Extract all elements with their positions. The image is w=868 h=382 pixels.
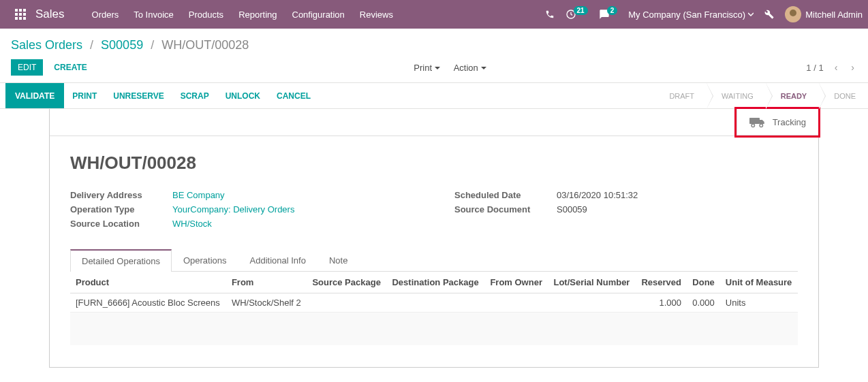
value-source-location[interactable]: WH/Stock bbox=[172, 219, 212, 229]
stage-done[interactable]: DONE bbox=[819, 83, 868, 108]
value-delivery-address[interactable]: BE Company bbox=[172, 190, 225, 200]
discuss-badge: 2 bbox=[607, 6, 618, 15]
svg-rect-0 bbox=[15, 9, 18, 12]
svg-rect-8 bbox=[23, 17, 26, 20]
th-product[interactable]: Product bbox=[70, 272, 226, 293]
label-operation-type: Operation Type bbox=[70, 204, 172, 214]
svg-rect-4 bbox=[19, 13, 22, 16]
action-dropdown[interactable]: Action bbox=[454, 63, 486, 73]
truck-icon bbox=[749, 116, 766, 128]
caret-icon bbox=[435, 67, 440, 69]
value-scheduled-date: 03/16/2020 10:51:32 bbox=[557, 190, 638, 200]
th-lot[interactable]: Lot/Serial Number bbox=[548, 272, 636, 293]
th-from[interactable]: From bbox=[226, 272, 307, 293]
pager-next[interactable]: › bbox=[848, 62, 857, 73]
discuss-icon[interactable]: 2 bbox=[599, 9, 618, 20]
tracking-button[interactable]: Tracking bbox=[737, 109, 818, 136]
user-avatar bbox=[785, 6, 801, 22]
svg-rect-7 bbox=[19, 17, 22, 20]
label-source-location: Source Location bbox=[70, 219, 172, 229]
th-reserved[interactable]: Reserved bbox=[636, 272, 687, 293]
svg-rect-5 bbox=[23, 13, 26, 16]
print-button[interactable]: PRINT bbox=[64, 83, 105, 108]
table-empty-row bbox=[70, 313, 798, 329]
table-empty-row bbox=[70, 329, 798, 345]
caret-icon bbox=[481, 67, 486, 69]
apps-icon[interactable] bbox=[12, 6, 29, 22]
breadcrumb-current: WH/OUT/00028 bbox=[161, 38, 249, 52]
breadcrumb-sales-orders[interactable]: Sales Orders bbox=[11, 38, 82, 52]
cell-uom: Units bbox=[720, 293, 798, 313]
company-name: My Company (San Francisco) bbox=[628, 10, 745, 20]
tab-note[interactable]: Note bbox=[317, 249, 359, 271]
record-title: WH/OUT/00028 bbox=[70, 153, 798, 174]
create-button[interactable]: CREATE bbox=[47, 59, 93, 76]
th-uom[interactable]: Unit of Measure bbox=[720, 272, 798, 293]
tab-detailed-operations[interactable]: Detailed Operations bbox=[70, 249, 172, 272]
breadcrumb: Sales Orders / S00059 / WH/OUT/00028 bbox=[0, 29, 868, 55]
cell-product: [FURN_6666] Acoustic Bloc Screens bbox=[70, 293, 226, 313]
breadcrumb-sep: / bbox=[90, 38, 93, 52]
label-delivery-address: Delivery Address bbox=[70, 190, 172, 200]
nav-reviews[interactable]: Reviews bbox=[360, 10, 393, 20]
stage-draft[interactable]: DRAFT bbox=[654, 83, 707, 108]
nav-configuration[interactable]: Configuration bbox=[292, 10, 345, 20]
cell-dest-package bbox=[386, 293, 484, 313]
debug-icon[interactable] bbox=[764, 10, 774, 19]
activities-badge: 21 bbox=[574, 6, 588, 15]
tab-additional-info[interactable]: Additional Info bbox=[238, 249, 317, 271]
th-from-owner[interactable]: From Owner bbox=[484, 272, 548, 293]
status-stages: DRAFT WAITING READY DONE bbox=[654, 83, 868, 108]
nav-products[interactable]: Products bbox=[189, 10, 223, 20]
statusbar: VALIDATE PRINT UNRESERVE SCRAP UNLOCK CA… bbox=[0, 83, 868, 109]
nav-to-invoice[interactable]: To Invoice bbox=[134, 10, 174, 20]
breadcrumb-order[interactable]: S00059 bbox=[101, 38, 143, 52]
value-source-document: S00059 bbox=[557, 204, 587, 214]
cell-from: WH/Stock/Shelf 2 bbox=[226, 293, 307, 313]
stage-waiting[interactable]: WAITING bbox=[707, 83, 766, 108]
th-done[interactable]: Done bbox=[687, 272, 720, 293]
breadcrumb-sep: / bbox=[151, 38, 154, 52]
svg-point-12 bbox=[760, 124, 763, 127]
svg-point-11 bbox=[751, 124, 755, 127]
user-name: Mitchell Admin bbox=[805, 10, 863, 20]
app-brand[interactable]: Sales bbox=[35, 7, 65, 21]
button-box: Tracking bbox=[50, 109, 818, 136]
validate-button[interactable]: VALIDATE bbox=[5, 83, 64, 108]
value-operation-type[interactable]: YourCompany: Delivery Orders bbox=[172, 204, 294, 214]
unlock-button[interactable]: UNLOCK bbox=[217, 83, 268, 108]
pager-text: 1 / 1 bbox=[806, 63, 823, 73]
user-menu[interactable]: Mitchell Admin bbox=[785, 6, 863, 22]
svg-rect-2 bbox=[23, 9, 26, 12]
form-sheet-bg: Tracking WH/OUT/00028 Delivery Address B… bbox=[0, 109, 868, 382]
edit-button[interactable]: EDIT bbox=[11, 59, 43, 76]
voip-icon[interactable] bbox=[545, 10, 555, 19]
stage-ready[interactable]: READY bbox=[766, 83, 820, 108]
systray: 21 2 My Company (San Francisco) Mitchell… bbox=[545, 6, 863, 22]
detailed-operations-table: Product From Source Package Destination … bbox=[70, 272, 798, 345]
tracking-label: Tracking bbox=[773, 117, 806, 127]
company-switcher[interactable]: My Company (San Francisco) bbox=[628, 10, 754, 20]
tab-operations[interactable]: Operations bbox=[172, 249, 238, 271]
cell-lot bbox=[548, 293, 636, 313]
table-row[interactable]: [FURN_6666] Acoustic Bloc Screens WH/Sto… bbox=[70, 293, 798, 313]
main-navbar: Sales Orders To Invoice Products Reporti… bbox=[0, 0, 868, 29]
activities-icon[interactable]: 21 bbox=[565, 9, 588, 20]
cell-reserved: 1.000 bbox=[636, 293, 687, 313]
th-source-package[interactable]: Source Package bbox=[307, 272, 386, 293]
label-scheduled-date: Scheduled Date bbox=[454, 190, 557, 200]
th-dest-package[interactable]: Destination Package bbox=[386, 272, 484, 293]
pager-prev[interactable]: ‹ bbox=[832, 62, 841, 73]
scrap-button[interactable]: SCRAP bbox=[172, 83, 217, 108]
print-dropdown[interactable]: Print bbox=[414, 63, 440, 73]
nav-reporting[interactable]: Reporting bbox=[238, 10, 277, 20]
svg-rect-1 bbox=[19, 9, 22, 12]
unreserve-button[interactable]: UNRESERVE bbox=[105, 83, 172, 108]
label-source-document: Source Document bbox=[454, 204, 557, 214]
cell-from-owner bbox=[484, 293, 548, 313]
notebook-tabs: Detailed Operations Operations Additiona… bbox=[70, 249, 798, 272]
nav-orders[interactable]: Orders bbox=[92, 10, 119, 20]
chevron-down-icon bbox=[748, 12, 754, 17]
cancel-button[interactable]: CANCEL bbox=[268, 83, 319, 108]
cell-done: 0.000 bbox=[687, 293, 720, 313]
